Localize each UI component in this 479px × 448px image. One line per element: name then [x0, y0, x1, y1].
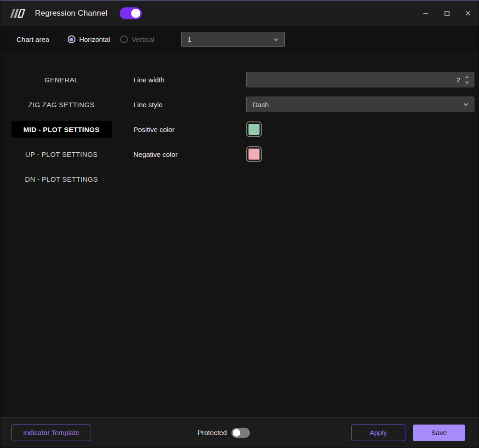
close-icon: ✕ [465, 10, 471, 17]
tab-dn-plot-settings[interactable]: DN - PLOT SETTINGS [12, 171, 112, 187]
negative-color-chip [248, 149, 260, 160]
close-button[interactable]: ✕ [457, 1, 479, 26]
radio-selected-dot [69, 38, 73, 41]
minimize-icon [423, 13, 428, 14]
line-style-row: Line style Dash [133, 97, 474, 112]
negative-color-row: Negative color [133, 146, 474, 162]
footer-bar: Indicator Template Protected Apply Save [0, 417, 479, 448]
orientation-radio-group: Horizontal Vertical [68, 35, 165, 43]
line-style-dropdown[interactable]: Dash [246, 97, 474, 112]
positive-color-picker[interactable] [246, 121, 262, 137]
positive-color-row: Positive color [133, 121, 474, 137]
radio-horizontal-circle [68, 35, 75, 43]
negative-color-label: Negative color [133, 150, 246, 158]
line-width-stepper[interactable] [460, 76, 474, 83]
protected-group: Protected [197, 428, 250, 438]
window-title: Regression Channel [35, 9, 108, 18]
line-width-label: Line width [133, 76, 246, 84]
protected-toggle[interactable] [231, 428, 250, 438]
settings-sidebar: GENERAL ZIG ZAG SETTINGS MID - PLOT SETT… [0, 53, 122, 417]
indicator-template-button[interactable]: Indicator Template [12, 425, 91, 441]
negative-color-picker[interactable] [246, 146, 262, 162]
minimize-button[interactable] [415, 1, 436, 26]
toggle-knob [233, 429, 240, 437]
line-width-value: 2 [456, 76, 460, 84]
maximize-icon [444, 11, 450, 16]
line-style-value: Dash [247, 101, 269, 109]
stepper-down-icon [465, 80, 469, 83]
app-logo-icon [10, 8, 25, 18]
tab-zigzag-settings[interactable]: ZIG ZAG SETTINGS [12, 96, 112, 113]
radio-horizontal-label: Horizontal [79, 35, 110, 43]
content-area: GENERAL ZIG ZAG SETTINGS MID - PLOT SETT… [0, 53, 479, 417]
radio-horizontal[interactable]: Horizontal [68, 35, 110, 43]
stepper-up-icon [465, 75, 469, 79]
chart-number-value: 1 [182, 35, 191, 43]
title-bar: Regression Channel ✕ [0, 1, 479, 26]
logo-stripe-outline [17, 9, 25, 18]
apply-button[interactable]: Apply [351, 425, 405, 441]
chart-area-toolbar: Chart area Horizontal Vertical 1 [0, 26, 479, 53]
line-width-row: Line width 2 [133, 72, 474, 87]
chevron-down-icon [274, 37, 278, 41]
sidebar-divider [122, 71, 122, 400]
line-width-input[interactable]: 2 [246, 72, 474, 87]
window-controls: ✕ [415, 1, 479, 26]
tab-mid-plot-settings[interactable]: MID - PLOT SETTINGS [12, 121, 112, 138]
positive-color-label: Positive color [133, 126, 246, 133]
save-button[interactable]: Save [413, 425, 465, 441]
chart-area-label: Chart area [17, 35, 49, 43]
chart-number-dropdown[interactable]: 1 [181, 32, 285, 47]
toggle-knob [131, 9, 140, 18]
radio-vertical-circle [120, 35, 128, 43]
tab-up-plot-settings[interactable]: UP - PLOT SETTINGS [12, 146, 112, 162]
line-style-label: Line style [133, 101, 246, 109]
indicator-enabled-toggle[interactable] [120, 7, 142, 19]
radio-vertical-label: Vertical [132, 35, 154, 43]
chevron-down-icon [464, 102, 468, 106]
indicator-settings-window: Regression Channel ✕ Chart area Horizont… [0, 0, 479, 448]
positive-color-chip [248, 124, 260, 135]
maximize-button[interactable] [436, 1, 457, 26]
tab-general[interactable]: GENERAL [12, 71, 112, 88]
protected-label: Protected [197, 429, 227, 437]
radio-vertical[interactable]: Vertical [120, 35, 154, 43]
settings-panel: Line width 2 Line style Dash Positive c [122, 53, 479, 417]
